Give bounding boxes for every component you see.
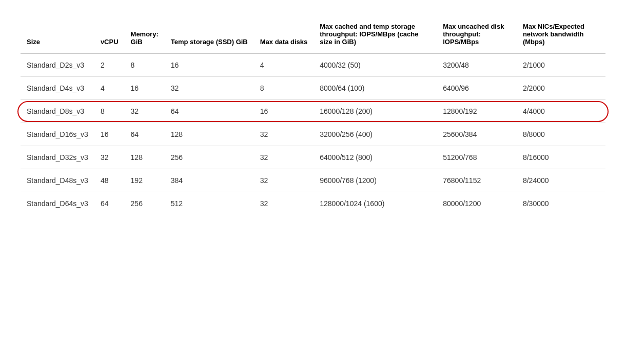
cell-max_uncached: 80000/1200 [437,192,517,215]
cell-max_data_disks: 4 [254,53,314,77]
cell-temp_storage: 512 [165,192,254,215]
cell-max_data_disks: 32 [254,192,314,215]
cell-temp_storage: 256 [165,146,254,169]
cell-temp_storage: 16 [165,53,254,77]
cell-memory: 32 [125,100,165,123]
table-row: Standard_D4s_v34163288000/64 (100)6400/9… [21,77,605,100]
cell-max_cached: 128000/1024 (1600) [314,192,437,215]
cell-vcpu: 8 [94,100,125,123]
col-header-vcpu: vCPU [94,15,125,53]
cell-max_cached: 4000/32 (50) [314,53,437,77]
cell-max_nics: 8/30000 [517,192,605,215]
cell-max_uncached: 76800/1152 [437,169,517,192]
cell-vcpu: 64 [94,192,125,215]
table-row: Standard_D32s_v3321282563264000/512 (800… [21,146,605,169]
cell-max_data_disks: 32 [254,146,314,169]
cell-max_data_disks: 16 [254,100,314,123]
col-header-temp_storage: Temp storage (SSD) GiB [165,15,254,53]
table-row: Standard_D8s_v3832641616000/128 (200)128… [21,100,605,123]
cell-max_nics: 8/8000 [517,123,605,146]
cell-max_data_disks: 8 [254,77,314,100]
table-row: Standard_D16s_v316641283232000/256 (400)… [21,123,605,146]
cell-size: Standard_D2s_v3 [21,53,94,77]
cell-max_nics: 8/24000 [517,169,605,192]
cell-temp_storage: 64 [165,100,254,123]
cell-max_cached: 96000/768 (1200) [314,169,437,192]
table-row: Standard_D64s_v36425651232128000/1024 (1… [21,192,605,215]
col-header-max_uncached: Max uncached disk throughput: IOPS/MBps [437,15,517,53]
cell-max_nics: 2/2000 [517,77,605,100]
table-row: Standard_D2s_v3281644000/32 (50)3200/482… [21,53,605,77]
cell-vcpu: 4 [94,77,125,100]
cell-size: Standard_D4s_v3 [21,77,94,100]
cell-size: Standard_D32s_v3 [21,146,94,169]
cell-memory: 8 [125,53,165,77]
cell-max_nics: 4/4000 [517,100,605,123]
cell-vcpu: 16 [94,123,125,146]
cell-max_cached: 32000/256 (400) [314,123,437,146]
cell-temp_storage: 128 [165,123,254,146]
cell-memory: 192 [125,169,165,192]
cell-max_cached: 8000/64 (100) [314,77,437,100]
cell-max_uncached: 25600/384 [437,123,517,146]
col-header-max_nics: Max NICs/Expected network bandwidth (Mbp… [517,15,605,53]
cell-size: Standard_D64s_v3 [21,192,94,215]
cell-max_uncached: 3200/48 [437,53,517,77]
cell-max_uncached: 12800/192 [437,100,517,123]
table-header-row: SizevCPUMemory:GiBTemp storage (SSD) GiB… [21,15,605,53]
cell-memory: 128 [125,146,165,169]
cell-vcpu: 48 [94,169,125,192]
cell-max_uncached: 6400/96 [437,77,517,100]
col-header-size: Size [21,15,94,53]
cell-temp_storage: 32 [165,77,254,100]
cell-temp_storage: 384 [165,169,254,192]
cell-size: Standard_D8s_v3 [21,100,94,123]
col-header-max_data_disks: Max data disks [254,15,314,53]
cell-memory: 256 [125,192,165,215]
table-container: SizevCPUMemory:GiBTemp storage (SSD) GiB… [21,15,605,215]
table-row: Standard_D48s_v3481923843296000/768 (120… [21,169,605,192]
cell-max_nics: 8/16000 [517,146,605,169]
cell-memory: 16 [125,77,165,100]
col-header-memory: Memory:GiB [125,15,165,53]
cell-max_cached: 64000/512 (800) [314,146,437,169]
cell-max_uncached: 51200/768 [437,146,517,169]
col-header-max_cached: Max cached and temp storage throughput: … [314,15,437,53]
cell-max_nics: 2/1000 [517,53,605,77]
cell-vcpu: 32 [94,146,125,169]
cell-max_data_disks: 32 [254,123,314,146]
cell-vcpu: 2 [94,53,125,77]
cell-size: Standard_D48s_v3 [21,169,94,192]
cell-size: Standard_D16s_v3 [21,123,94,146]
cell-max_cached: 16000/128 (200) [314,100,437,123]
vm-sizes-table: SizevCPUMemory:GiBTemp storage (SSD) GiB… [21,15,605,215]
cell-memory: 64 [125,123,165,146]
cell-max_data_disks: 32 [254,169,314,192]
